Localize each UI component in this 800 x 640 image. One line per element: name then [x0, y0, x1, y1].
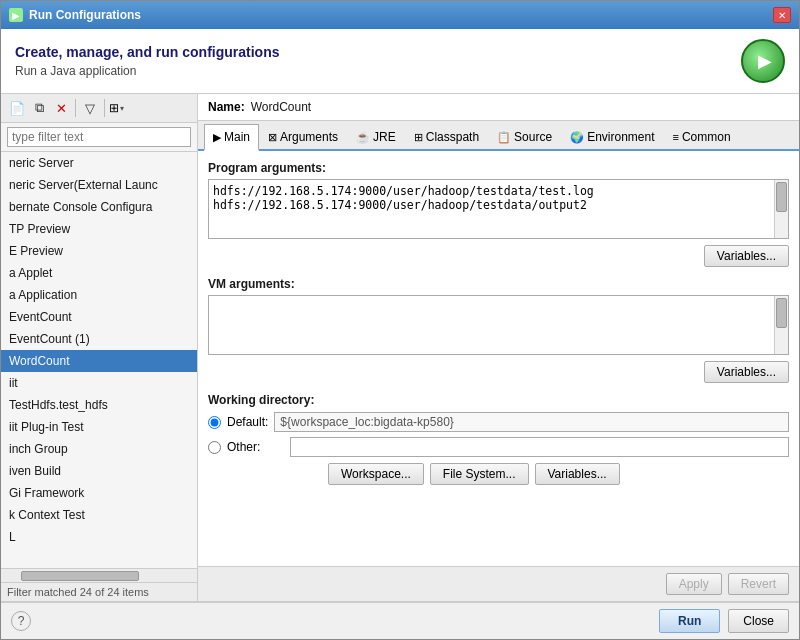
tab-classpath[interactable]: ⊞ Classpath: [405, 124, 488, 149]
vm-args-variables-button[interactable]: Variables...: [704, 361, 789, 383]
list-item[interactable]: neric Server(External Launc: [1, 174, 197, 196]
apply-button[interactable]: Apply: [666, 573, 722, 595]
tab-arguments[interactable]: ⊠ Arguments: [259, 124, 347, 149]
list-item[interactable]: iit Plug-in Test: [1, 416, 197, 438]
revert-button[interactable]: Revert: [728, 573, 789, 595]
working-dir-section: Working directory: Default: Other: Works…: [208, 393, 789, 485]
run-button[interactable]: Run: [659, 609, 720, 633]
list-item[interactable]: EventCount (1): [1, 328, 197, 350]
bottom-buttons: Run Close: [659, 609, 789, 633]
main-content: 📄 ⧉ ✕ ▽ ⊞ ▾ neric Server neric Server(Ex…: [1, 94, 799, 601]
duplicate-config-button[interactable]: ⧉: [29, 98, 49, 118]
dropdown-arrow: ▾: [120, 104, 124, 113]
list-item[interactable]: bernate Console Configura: [1, 196, 197, 218]
list-item[interactable]: k Context Test: [1, 504, 197, 526]
toolbar-separator: [75, 99, 76, 117]
scrollbar-thumb: [776, 182, 787, 212]
default-radio-row: Default:: [208, 412, 789, 432]
program-args-variables-row: Variables...: [208, 245, 789, 267]
help-button[interactable]: ?: [11, 611, 31, 631]
program-args-variables-button[interactable]: Variables...: [704, 245, 789, 267]
other-label: Other:: [227, 440, 260, 454]
tab-main-label: Main: [224, 130, 250, 144]
other-dir-input[interactable]: [290, 437, 789, 457]
jre-tab-icon: ☕: [356, 131, 370, 144]
arguments-tab-icon: ⊠: [268, 131, 277, 144]
list-item[interactable]: TP Preview: [1, 218, 197, 240]
title-bar: ▶ Run Configurations ✕: [1, 1, 799, 29]
list-item[interactable]: a Applet: [1, 262, 197, 284]
main-tab-icon: ▶: [213, 131, 221, 144]
list-item[interactable]: E Preview: [1, 240, 197, 262]
vm-args-variables-row: Variables...: [208, 361, 789, 383]
header-title: Create, manage, and run configurations: [15, 44, 280, 60]
tab-classpath-label: Classpath: [426, 130, 479, 144]
list-item[interactable]: inch Group: [1, 438, 197, 460]
environment-tab-icon: 🌍: [570, 131, 584, 144]
working-dir-label: Working directory:: [208, 393, 789, 407]
list-item[interactable]: Gi Framework: [1, 482, 197, 504]
filter-input[interactable]: [7, 127, 191, 147]
delete-config-button[interactable]: ✕: [51, 98, 71, 118]
tab-source-label: Source: [514, 130, 552, 144]
common-tab-icon: ≡: [673, 131, 679, 143]
config-list: neric Server neric Server(External Launc…: [1, 152, 197, 568]
vm-args-input[interactable]: [209, 296, 774, 354]
workdir-variables-button[interactable]: Variables...: [535, 463, 620, 485]
default-dir-input[interactable]: [274, 412, 789, 432]
run-configurations-window: ▶ Run Configurations ✕ Create, manage, a…: [0, 0, 800, 640]
vm-args-scrollbar[interactable]: [774, 296, 788, 354]
tab-common[interactable]: ≡ Common: [664, 124, 740, 149]
program-args-scrollbar[interactable]: [774, 180, 788, 238]
close-window-button[interactable]: ✕: [773, 7, 791, 23]
list-item[interactable]: neric Server: [1, 152, 197, 174]
tab-environment[interactable]: 🌍 Environment: [561, 124, 663, 149]
other-radio[interactable]: [208, 441, 221, 454]
left-toolbar: 📄 ⧉ ✕ ▽ ⊞ ▾: [1, 94, 197, 123]
new-config-button[interactable]: 📄: [7, 98, 27, 118]
filesystem-button[interactable]: File System...: [430, 463, 529, 485]
window-icon: ▶: [9, 8, 23, 22]
right-panel: Name: WordCount ▶ Main ⊠ Arguments ☕ JRE: [198, 94, 799, 601]
apply-revert-bar: Apply Revert: [198, 566, 799, 601]
run-icon-button[interactable]: [741, 39, 785, 83]
scrollbar-thumb2: [776, 298, 787, 328]
vm-args-wrapper: [208, 295, 789, 355]
tab-content-arguments: Program arguments: hdfs://192.168.5.174:…: [198, 151, 799, 566]
source-tab-icon: 📋: [497, 131, 511, 144]
program-args-input[interactable]: hdfs://192.168.5.174:9000/user/hadoop/te…: [209, 180, 774, 238]
close-button[interactable]: Close: [728, 609, 789, 633]
filter-input-wrap: [1, 123, 197, 152]
tabs-bar: ▶ Main ⊠ Arguments ☕ JRE ⊞ Classpath 📋: [198, 121, 799, 151]
filter-status: Filter matched 24 of 24 items: [1, 582, 197, 601]
list-item[interactable]: L: [1, 526, 197, 548]
window-bottom-bar: ? Run Close: [1, 601, 799, 639]
list-item[interactable]: iit: [1, 372, 197, 394]
workspace-buttons: Workspace... File System... Variables...: [328, 463, 789, 485]
tab-jre[interactable]: ☕ JRE: [347, 124, 405, 149]
list-item[interactable]: a Application: [1, 284, 197, 306]
header-sub: Run a Java application: [15, 64, 280, 78]
tab-source[interactable]: 📋 Source: [488, 124, 561, 149]
list-item-wordcount[interactable]: WordCount: [1, 350, 197, 372]
program-args-wrapper: hdfs://192.168.5.174:9000/user/hadoop/te…: [208, 179, 789, 239]
tab-main[interactable]: ▶ Main: [204, 124, 259, 151]
workspace-button[interactable]: Workspace...: [328, 463, 424, 485]
toolbar-separator2: [104, 99, 105, 117]
name-value: WordCount: [251, 100, 311, 114]
default-label: Default:: [227, 415, 268, 429]
expand-icon: ⊞: [109, 101, 119, 115]
horizontal-scrollbar[interactable]: [1, 568, 197, 582]
vm-args-label: VM arguments:: [208, 277, 789, 291]
filter-button[interactable]: ▽: [80, 98, 100, 118]
classpath-tab-icon: ⊞: [414, 131, 423, 144]
expand-dropdown[interactable]: ⊞ ▾: [109, 101, 124, 115]
default-radio[interactable]: [208, 416, 221, 429]
name-label: Name:: [208, 100, 245, 114]
list-item[interactable]: TestHdfs.test_hdfs: [1, 394, 197, 416]
list-item[interactable]: EventCount: [1, 306, 197, 328]
header-section: Create, manage, and run configurations R…: [1, 29, 799, 94]
list-item[interactable]: iven Build: [1, 460, 197, 482]
name-row: Name: WordCount: [198, 94, 799, 121]
window-title: Run Configurations: [29, 8, 141, 22]
